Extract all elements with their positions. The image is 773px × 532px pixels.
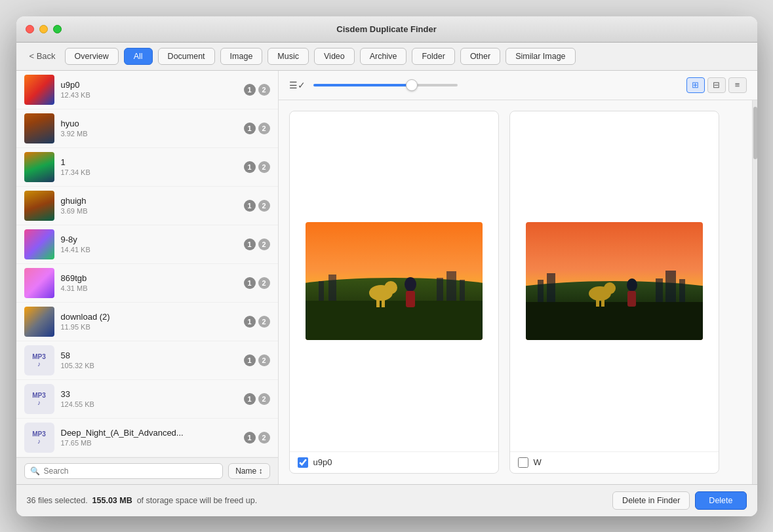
badge-2: 2 (258, 432, 270, 444)
back-button[interactable]: < Back (26, 49, 60, 63)
slider-container (313, 84, 679, 86)
minimize-button[interactable] (39, 25, 48, 33)
preview-footer: u9p0 (290, 451, 498, 473)
badge-1: 1 (244, 238, 256, 250)
status-bar: 36 files selected. 155.03 MB of storage … (16, 484, 757, 516)
file-info: 33 124.55 KB (61, 389, 244, 408)
file-thumbnail (24, 191, 54, 221)
file-badges: 1 2 (244, 432, 270, 444)
mp3-label: MP3♪ (32, 353, 46, 368)
file-badges: 1 2 (244, 200, 270, 212)
list-item[interactable]: 869tgb 4.31 MB 1 2 (16, 264, 278, 303)
tab-archive[interactable]: Archive (360, 48, 407, 65)
maximize-button[interactable] (53, 25, 62, 33)
view-buttons: ⊞ ⊟ ≡ (686, 77, 747, 93)
sort-button[interactable]: Name ↕ (228, 463, 269, 479)
file-badges: 1 2 (244, 354, 270, 366)
svg-rect-4 (328, 275, 336, 301)
preview-checkbox-2[interactable] (518, 457, 528, 468)
tab-overview[interactable]: Overview (65, 48, 119, 65)
file-size: 4.31 MB (61, 284, 244, 292)
preview-scrollbar[interactable] (752, 100, 757, 484)
preview-checkbox-1[interactable] (298, 457, 308, 468)
filter-icon[interactable]: ☰✓ (289, 80, 306, 90)
badge-1: 1 (244, 200, 256, 212)
svg-rect-23 (627, 291, 636, 307)
action-buttons: Delete in Finder Delete (612, 491, 746, 510)
search-input[interactable] (44, 466, 218, 476)
delete-in-finder-button[interactable]: Delete in Finder (612, 491, 690, 510)
mp3-icon: MP3♪ (24, 345, 54, 375)
list-item[interactable]: download (2) 11.95 KB 1 2 (16, 303, 278, 341)
badge-2: 2 (258, 277, 270, 289)
sidebar: u9p0 12.43 KB 1 2 hyuo 3.92 MB (16, 71, 279, 484)
file-info: ghuigh 3.69 MB (61, 196, 244, 215)
badge-2: 2 (258, 123, 270, 134)
file-info: 9-8y 14.41 KB (61, 235, 244, 254)
badge-1: 1 (244, 84, 256, 96)
file-info: 869tgb 4.31 MB (61, 273, 244, 292)
view-columns-button[interactable]: ⊟ (707, 77, 726, 93)
badge-1: 1 (244, 432, 256, 444)
svg-rect-3 (319, 281, 324, 301)
list-item[interactable]: 9-8y 14.41 KB 1 2 (16, 225, 278, 264)
file-size: 3.69 MB (61, 207, 244, 215)
file-name: 33 (61, 389, 244, 399)
window-title: Cisdem Duplicate Finder (336, 24, 436, 34)
tab-video[interactable]: Video (314, 48, 355, 65)
badge-2: 2 (258, 393, 270, 405)
tab-image[interactable]: Image (220, 48, 263, 65)
file-badges: 1 2 (244, 161, 270, 173)
file-name: hyuo (61, 119, 244, 128)
list-item[interactable]: u9p0 12.43 KB 1 2 (16, 71, 278, 109)
search-icon: 🔍 (30, 466, 40, 476)
svg-rect-7 (460, 280, 465, 301)
view-list-button[interactable]: ≡ (728, 77, 747, 93)
svg-rect-6 (446, 271, 456, 301)
badge-1: 1 (244, 123, 256, 134)
list-item[interactable]: MP3♪ 58 105.32 KB 1 2 (16, 341, 278, 380)
mp3-label: MP3♪ (32, 392, 46, 406)
badge-2: 2 (258, 354, 270, 366)
view-grid-button[interactable]: ⊞ (686, 77, 705, 93)
file-badges: 1 2 (244, 277, 270, 289)
toolbar: < Back Overview All Document Image Music… (16, 43, 757, 71)
delete-button[interactable]: Delete (695, 491, 746, 510)
list-item[interactable]: hyuo 3.92 MB 1 2 (16, 109, 278, 148)
list-item[interactable]: ghuigh 3.69 MB 1 2 (16, 187, 278, 225)
preview-image (306, 222, 483, 340)
close-button[interactable] (26, 25, 34, 33)
list-item[interactable]: MP3♪ Deep_Night_(A_Bit_Advanced... 17.65… (16, 419, 278, 457)
file-badges: 1 2 (244, 238, 270, 250)
badge-2: 2 (258, 200, 270, 212)
file-list: u9p0 12.43 KB 1 2 hyuo 3.92 MB (16, 71, 278, 457)
tab-similar-image[interactable]: Similar Image (505, 48, 575, 65)
file-info: 58 105.32 KB (61, 351, 244, 370)
sidebar-footer: 🔍 Name ↕ (16, 457, 278, 484)
file-size: 14.41 KB (61, 246, 244, 254)
file-name: u9p0 (61, 80, 244, 90)
svg-rect-16 (526, 302, 703, 340)
tab-music[interactable]: Music (268, 48, 309, 65)
tab-folder[interactable]: Folder (412, 48, 454, 65)
file-size: 3.92 MB (61, 130, 244, 138)
tab-all[interactable]: All (124, 48, 153, 65)
svg-rect-13 (382, 299, 385, 307)
titlebar: Cisdem Duplicate Finder (16, 16, 757, 43)
badge-1: 1 (244, 393, 256, 405)
tab-other[interactable]: Other (460, 48, 500, 65)
tab-document[interactable]: Document (158, 48, 215, 65)
preview-card: u9p0 (289, 111, 499, 474)
preview-label-1: u9p0 (313, 457, 332, 467)
mp3-icon: MP3♪ (24, 384, 54, 414)
scrollbar-thumb (753, 107, 757, 159)
file-badges: 1 2 (244, 84, 270, 96)
file-thumbnail (24, 152, 54, 182)
svg-rect-5 (437, 278, 443, 301)
preview-area: ☰✓ ⊞ ⊟ ≡ (279, 71, 757, 484)
traffic-lights (26, 25, 62, 33)
list-item[interactable]: 1 17.34 KB 1 2 (16, 148, 278, 187)
list-item[interactable]: MP3♪ 33 124.55 KB 1 2 (16, 380, 278, 419)
size-slider[interactable] (313, 84, 458, 86)
file-info: Deep_Night_(A_Bit_Advanced... 17.65 MB (61, 428, 244, 447)
